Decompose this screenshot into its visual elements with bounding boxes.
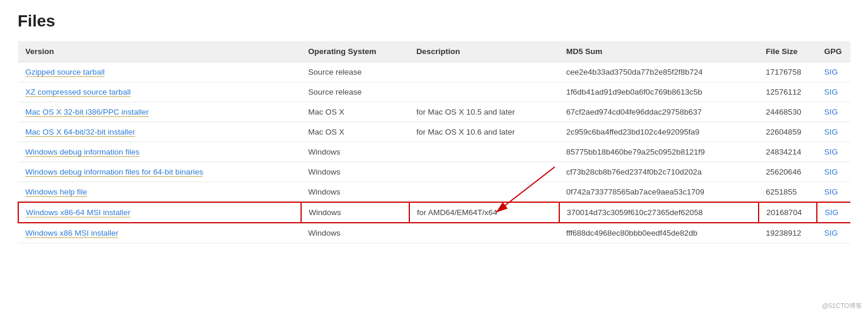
table-row: Mac OS X 64-bit/32-bit installerMac OS X… — [18, 122, 850, 142]
page-title: Files — [18, 12, 850, 31]
filesize-cell: 25620646 — [759, 162, 817, 182]
description-cell — [409, 162, 559, 182]
description-cell: for Mac OS X 10.6 and later — [409, 122, 559, 142]
description-cell: for Mac OS X 10.5 and later — [409, 102, 559, 122]
version-link[interactable]: Gzipped source tarball — [25, 68, 105, 77]
filesize-cell: 24468530 — [759, 102, 817, 122]
md5-cell: fff688dc4968ec80bbb0eedf45de82db — [559, 223, 759, 243]
description-cell — [409, 142, 559, 162]
filesize-cell: 6251855 — [759, 182, 817, 203]
version-link[interactable]: Windows debug information files for 64-b… — [25, 167, 203, 177]
gpg-cell[interactable]: SIG — [817, 162, 850, 182]
gpg-cell[interactable]: SIG — [817, 62, 850, 82]
gpg-cell[interactable]: SIG — [817, 182, 850, 203]
col-header-filesize: File Size — [759, 41, 817, 62]
table-row: Mac OS X 32-bit i386/PPC installerMac OS… — [18, 102, 850, 122]
gpg-cell[interactable]: SIG — [817, 102, 850, 122]
version-link[interactable]: Mac OS X 64-bit/32-bit installer — [25, 128, 135, 137]
gpg-cell[interactable]: SIG — [817, 223, 850, 243]
description-cell: for AMD64/EM64T/x64 — [409, 202, 559, 223]
os-cell: Mac OS X — [301, 122, 409, 142]
files-table: Version Operating System Description MD5… — [18, 41, 850, 243]
md5-cell: cf73b28cb8b76ed2374f0b2c710d202a — [559, 162, 759, 182]
os-cell: Source release — [301, 82, 409, 102]
md5-cell: 1f6db41ad91d9eb0a6f0c769b8613c5b — [559, 82, 759, 102]
gpg-cell[interactable]: SIG — [817, 202, 850, 223]
col-header-md5: MD5 Sum — [559, 41, 759, 62]
table-row: Gzipped source tarballSource releasecee2… — [18, 62, 850, 82]
sig-link[interactable]: SIG — [824, 88, 837, 96]
md5-cell: 67cf2aed974cd04fe96ddac29758b637 — [559, 102, 759, 122]
md5-cell: cee2e4b33ad3750da77b2e85f2f8b724 — [559, 62, 759, 82]
version-link[interactable]: Mac OS X 32-bit i386/PPC installer — [25, 108, 149, 117]
sig-link[interactable]: SIG — [824, 187, 837, 196]
version-link[interactable]: XZ compressed source tarball — [25, 88, 131, 97]
sig-link[interactable]: SIG — [824, 128, 837, 136]
table-row-highlighted: Windows x86-64 MSI installerWindowsfor A… — [18, 202, 850, 223]
sig-link[interactable]: SIG — [824, 148, 837, 156]
table-row: Windows x86 MSI installerWindowsfff688dc… — [18, 223, 850, 243]
sig-link[interactable]: SIG — [824, 229, 837, 237]
col-header-version: Version — [18, 41, 301, 62]
md5-cell: 0f742a733778565ab7ace9aea53c1709 — [559, 182, 759, 203]
os-cell: Windows — [301, 162, 409, 182]
table-row: Windows debug information filesWindows85… — [18, 142, 850, 162]
md5-cell: 85775bb18b460be79a25c0952b8121f9 — [559, 142, 759, 162]
description-cell — [409, 62, 559, 82]
os-cell: Windows — [301, 202, 409, 223]
version-link[interactable]: Windows help file — [25, 187, 87, 197]
version-link[interactable]: Windows x86 MSI installer — [25, 229, 118, 238]
filesize-cell: 22604859 — [759, 122, 817, 142]
os-cell: Mac OS X — [301, 102, 409, 122]
os-cell: Windows — [301, 142, 409, 162]
os-cell: Windows — [301, 182, 409, 203]
md5-cell: 370014d73c3059f610c27365def62058 — [559, 202, 759, 223]
sig-link[interactable]: SIG — [824, 208, 838, 217]
version-link[interactable]: Windows debug information files — [25, 148, 139, 157]
gpg-cell[interactable]: SIG — [817, 122, 850, 142]
table-row: XZ compressed source tarballSource relea… — [18, 82, 850, 102]
version-link[interactable]: Windows x86-64 MSI installer — [26, 208, 131, 217]
sig-link[interactable]: SIG — [824, 108, 837, 116]
col-header-gpg: GPG — [817, 41, 850, 62]
gpg-cell[interactable]: SIG — [817, 142, 850, 162]
table-row: Windows debug information files for 64-b… — [18, 162, 850, 182]
table-row: Windows help fileWindows0f742a733778565a… — [18, 182, 850, 203]
table-header-row: Version Operating System Description MD5… — [18, 41, 850, 62]
filesize-cell: 24834214 — [759, 142, 817, 162]
col-header-os: Operating System — [301, 41, 409, 62]
sig-link[interactable]: SIG — [824, 167, 837, 176]
filesize-cell: 19238912 — [759, 223, 817, 243]
filesize-cell: 20168704 — [759, 202, 817, 223]
filesize-cell: 12576112 — [759, 82, 817, 102]
filesize-cell: 17176758 — [759, 62, 817, 82]
gpg-cell[interactable]: SIG — [817, 82, 850, 102]
os-cell: Source release — [301, 62, 409, 82]
sig-link[interactable]: SIG — [824, 68, 837, 76]
col-header-description: Description — [409, 41, 559, 62]
description-cell — [409, 82, 559, 102]
description-cell — [409, 182, 559, 203]
os-cell: Windows — [301, 223, 409, 243]
md5-cell: 2c959c6ba4ffed23bd102c4e92095fa9 — [559, 122, 759, 142]
files-table-container: Version Operating System Description MD5… — [18, 41, 850, 243]
description-cell — [409, 223, 559, 243]
